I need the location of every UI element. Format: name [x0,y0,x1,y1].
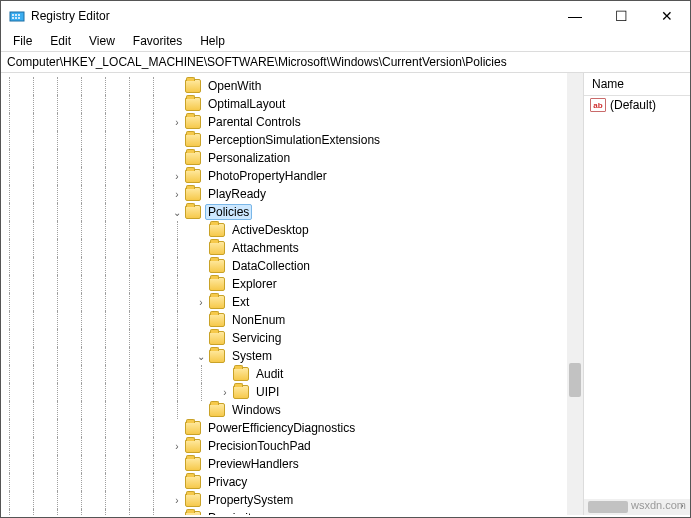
tree-item-label: NonEnum [229,312,288,328]
folder-icon [209,241,225,255]
tree-item[interactable]: ›Privacy [1,473,583,491]
tree-indent [105,293,121,311]
tree-item[interactable]: ›PropertySystem [1,491,583,509]
tree-indent [81,455,97,473]
chevron-right-icon: › [193,239,209,257]
tree-indent [81,257,97,275]
tree-item[interactable]: ⌄System [1,347,583,365]
tree-item-label: UIPI [253,384,282,400]
tree-indent [153,149,169,167]
tree-indent [105,365,121,383]
tree-item[interactable]: ›NonEnum [1,311,583,329]
tree-item[interactable]: ›OpenWith [1,77,583,95]
tree-item-label: ActiveDesktop [229,222,312,238]
tree-item[interactable]: ›PerceptionSimulationExtensions [1,131,583,149]
tree-item[interactable]: ›Parental Controls [1,113,583,131]
scrollbar-thumb[interactable] [569,363,581,397]
folder-icon [185,421,201,435]
tree-indent [33,347,49,365]
chevron-right-icon[interactable]: › [169,185,185,203]
scrollbar-thumb[interactable] [588,501,628,513]
menu-edit[interactable]: Edit [42,32,79,50]
tree-item[interactable]: ›Audit [1,365,583,383]
tree-item[interactable]: ›PrecisionTouchPad [1,437,583,455]
tree-indent [129,419,145,437]
tree-indent [153,491,169,509]
list-header-name[interactable]: Name [584,73,690,96]
tree-indent [129,77,145,95]
chevron-right-icon[interactable]: › [169,167,185,185]
tree-item[interactable]: ›UIPI [1,383,583,401]
tree-item-label: OpenWith [205,78,264,94]
tree-indent [177,257,193,275]
tree-item-label: PowerEfficiencyDiagnostics [205,420,358,436]
folder-icon [209,223,225,237]
registry-tree[interactable]: ›OpenWith›OptimalLayout›Parental Control… [1,77,583,515]
tree-item[interactable]: ›OptimalLayout [1,95,583,113]
tree-indent [33,419,49,437]
chevron-right-icon[interactable]: › [169,491,185,509]
address-bar[interactable]: Computer\HKEY_LOCAL_MACHINE\SOFTWARE\Mic… [1,51,690,73]
tree-item[interactable]: ›PowerEfficiencyDiagnostics [1,419,583,437]
tree-indent [129,257,145,275]
tree-item-label: PrecisionTouchPad [205,438,314,454]
value-row-default[interactable]: ab (Default) [584,96,690,114]
chevron-right-icon: › [169,455,185,473]
chevron-right-icon: › [193,329,209,347]
chevron-down-icon[interactable]: ⌄ [169,203,185,221]
tree-item[interactable]: ›Attachments [1,239,583,257]
tree-item[interactable]: ›ActiveDesktop [1,221,583,239]
tree-scrollbar-vertical[interactable] [567,73,583,515]
menu-favorites[interactable]: Favorites [125,32,190,50]
tree-item[interactable]: ›PhotoPropertyHandler [1,167,583,185]
tree-indent [9,491,25,509]
folder-icon [185,169,201,183]
tree-indent [105,131,121,149]
tree-item[interactable]: ›PlayReady [1,185,583,203]
tree-indent [9,113,25,131]
tree-item[interactable]: ›Ext [1,293,583,311]
close-button[interactable]: ✕ [644,1,690,31]
tree-indent [105,455,121,473]
tree-item[interactable]: ›PreviewHandlers [1,455,583,473]
tree-indent [33,455,49,473]
svg-rect-2 [15,14,17,16]
tree-item[interactable]: ›Windows [1,401,583,419]
value-list[interactable]: ab (Default) [584,96,690,499]
tree-indent [57,149,73,167]
tree-indent [105,167,121,185]
tree-indent [57,329,73,347]
tree-indent [81,437,97,455]
tree-indent [33,383,49,401]
maximize-button[interactable]: ☐ [598,1,644,31]
tree-indent [33,221,49,239]
chevron-down-icon[interactable]: ⌄ [193,347,209,365]
menu-help[interactable]: Help [192,32,233,50]
tree-indent [33,149,49,167]
chevron-right-icon[interactable]: › [169,437,185,455]
tree-indent [105,239,121,257]
chevron-right-icon: › [169,77,185,95]
svg-rect-4 [12,17,14,19]
chevron-right-icon[interactable]: › [169,113,185,131]
tree-indent [153,257,169,275]
tree-item[interactable]: ›Explorer [1,275,583,293]
chevron-right-icon[interactable]: › [193,293,209,311]
tree-indent [153,419,169,437]
tree-item[interactable]: ›DataCollection [1,257,583,275]
tree-indent [129,149,145,167]
menu-view[interactable]: View [81,32,123,50]
chevron-right-icon[interactable]: › [217,383,233,401]
minimize-button[interactable]: — [552,1,598,31]
tree-item[interactable]: ›Proximity [1,509,583,515]
menu-file[interactable]: File [5,32,40,50]
folder-icon [185,97,201,111]
tree-item-label: Parental Controls [205,114,304,130]
tree-indent [57,257,73,275]
tree-indent [33,491,49,509]
tree-indent [57,509,73,515]
tree-item[interactable]: ›Personalization [1,149,583,167]
tree-indent [81,113,97,131]
tree-item[interactable]: ⌄Policies [1,203,583,221]
tree-item[interactable]: ›Servicing [1,329,583,347]
